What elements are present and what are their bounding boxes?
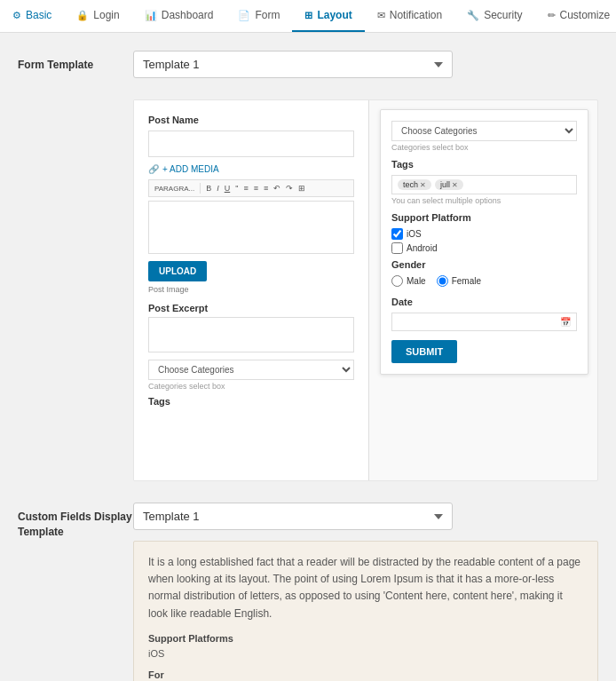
gender-label: Gender: [391, 259, 577, 270]
quote-button[interactable]: ": [233, 184, 240, 193]
tab-dashboard[interactable]: 📊 Dashboard: [132, 0, 226, 32]
categories-select-left[interactable]: Choose Categories: [148, 360, 354, 380]
tags-input-row[interactable]: tech ✕ jull ✕: [391, 175, 577, 194]
tab-form[interactable]: 📄 Form: [225, 0, 292, 32]
form-icon: 📄: [238, 10, 250, 21]
dashboard-icon: 📊: [145, 10, 157, 21]
tag-close-tech[interactable]: ✕: [420, 181, 426, 189]
post-excerpt-label: Post Excerpt: [148, 303, 354, 313]
main-content: Form Template Template 1 Template 2 Temp…: [0, 33, 616, 681]
layout-icon: ⊞: [304, 10, 312, 21]
tags-label-left: Tags: [148, 396, 354, 407]
top-navigation: ⚙ Basic 🔒 Login 📊 Dashboard 📄 Form ⊞ Lay…: [0, 0, 616, 33]
support-platforms-field: Support Platforms iOS: [148, 631, 583, 662]
add-media-icon: 🔗: [148, 164, 159, 174]
tab-notification[interactable]: ✉ Notification: [365, 0, 454, 32]
date-input[interactable]: 📅: [391, 313, 577, 331]
custom-fields-template-select[interactable]: Template 1 Template 2 Template 3: [133, 503, 453, 530]
support-platforms-value: iOS: [148, 646, 583, 662]
align-button[interactable]: ≡: [252, 184, 260, 193]
preview-left-panel: Post Name 🔗 + ADD MEDIA PARAGRA... B I U…: [134, 100, 369, 480]
basic-icon: ⚙: [12, 10, 21, 21]
tag-chip-tech: tech ✕: [398, 179, 431, 190]
custom-fields-preview-panel: It is a long established fact that a rea…: [133, 541, 598, 681]
upload-button[interactable]: UPLOAD: [148, 261, 207, 281]
grid-button[interactable]: ⊞: [296, 184, 307, 193]
male-radio[interactable]: [391, 275, 403, 287]
customize-icon: ✏: [548, 10, 556, 21]
undo-button[interactable]: ↶: [272, 184, 282, 193]
security-icon: 🔧: [467, 10, 479, 21]
post-content-textarea[interactable]: [148, 201, 354, 254]
toolbar-separator: [200, 183, 201, 194]
tags-label-right: Tags: [391, 159, 577, 170]
female-radio[interactable]: [437, 275, 448, 287]
notification-icon: ✉: [377, 10, 385, 21]
post-name-input: [148, 131, 354, 157]
for-field: For Male: [148, 668, 583, 681]
tab-security[interactable]: 🔧 Security: [454, 0, 534, 32]
tab-layout[interactable]: ⊞ Layout: [292, 0, 364, 32]
ios-checkbox-row[interactable]: iOS: [391, 228, 577, 240]
form-template-label: Form Template: [18, 51, 133, 73]
list-button[interactable]: ≡: [241, 184, 249, 193]
form-template-row: Form Template Template 1 Template 2 Temp…: [18, 51, 598, 78]
tab-basic[interactable]: ⚙ Basic: [0, 0, 64, 32]
custom-fields-row: Custom Fields Display Template Template …: [18, 503, 598, 681]
login-icon: 🔒: [76, 10, 89, 21]
preview-panel-row: Post Name 🔗 + ADD MEDIA PARAGRA... B I U…: [18, 99, 598, 481]
post-name-label: Post Name: [148, 115, 354, 125]
male-radio-row[interactable]: Male: [391, 275, 426, 287]
custom-fields-content: Template 1 Template 2 Template 3 It is a…: [133, 503, 598, 681]
editor-toolbar: PARAGRA... B I U " ≡ ≡ ≡ ↶ ↷ ⊞: [148, 179, 354, 197]
tags-multiple-hint: You can select multiple options: [391, 196, 577, 205]
categories-hint-left: Categories select box: [148, 382, 354, 391]
tag-close-jull[interactable]: ✕: [452, 181, 458, 189]
redo-button[interactable]: ↷: [284, 184, 295, 193]
tab-customize[interactable]: ✏ Customize: [535, 0, 616, 32]
for-field-title: For: [148, 668, 583, 681]
ios-checkbox[interactable]: [391, 228, 403, 240]
italic-button[interactable]: I: [215, 184, 221, 193]
date-label: Date: [391, 297, 577, 307]
preview-right-panel: Choose Categories Categories select box …: [380, 109, 588, 375]
add-media-button[interactable]: 🔗 + ADD MEDIA: [148, 164, 354, 174]
lorem-ipsum-text: It is a long established fact that a rea…: [148, 554, 583, 622]
custom-fields-label: Custom Fields Display Template: [18, 503, 133, 540]
calendar-icon: 📅: [560, 317, 571, 327]
android-checkbox[interactable]: [391, 242, 403, 254]
tab-login[interactable]: 🔒 Login: [64, 0, 131, 32]
submit-button[interactable]: SUBMIT: [391, 340, 457, 363]
underline-button[interactable]: U: [223, 184, 233, 193]
form-template-select[interactable]: Template 1 Template 2 Template 3: [133, 51, 453, 78]
female-radio-row[interactable]: Female: [437, 275, 481, 287]
post-excerpt-input[interactable]: [148, 317, 354, 352]
categories-hint-right: Categories select box: [391, 143, 577, 152]
tag-chip-jull: jull ✕: [435, 179, 463, 190]
categories-select-right[interactable]: Choose Categories: [391, 121, 577, 141]
paragraph-selector[interactable]: PARAGRA...: [153, 185, 196, 193]
support-platform-label: Support Platform: [391, 212, 577, 223]
form-template-content: Template 1 Template 2 Template 3: [133, 51, 598, 78]
bold-button[interactable]: B: [204, 184, 213, 193]
post-image-label: Post Image: [148, 285, 354, 294]
form-preview-panel: Post Name 🔗 + ADD MEDIA PARAGRA... B I U…: [133, 99, 598, 481]
android-checkbox-row[interactable]: Android: [391, 242, 577, 254]
support-platforms-title: Support Platforms: [148, 631, 583, 647]
align2-button[interactable]: ≡: [262, 184, 270, 193]
